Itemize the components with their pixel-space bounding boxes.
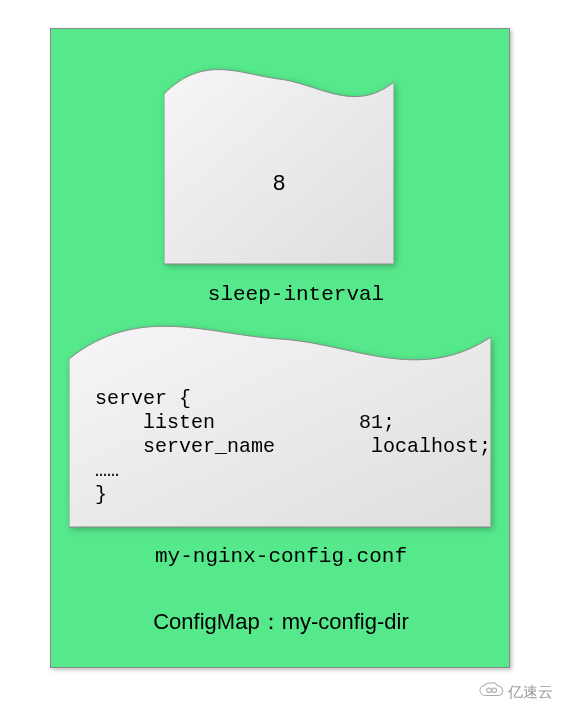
svg-point-0 [487, 688, 492, 693]
svg-point-1 [492, 688, 497, 693]
document-sleep-interval: 8 [164, 64, 394, 270]
sleep-interval-text: 8 [272, 172, 285, 197]
configmap-title: ConfigMap：my-config-dir [51, 607, 511, 637]
sleep-interval-value: 8 [164, 104, 394, 264]
cloud-icon [478, 682, 504, 703]
nginx-config-label: my-nginx-config.conf [51, 545, 511, 568]
watermark-text: 亿速云 [508, 683, 553, 702]
configmap-prefix: ConfigMap： [153, 609, 281, 634]
configmap-container: 8 sleep-interval server { listen 81; ser… [50, 28, 510, 668]
nginx-config-content: server { listen 81; server_name localhos… [95, 387, 475, 507]
configmap-name: my-config-dir [282, 609, 409, 634]
document-nginx-config: server { listen 81; server_name localhos… [69, 317, 491, 533]
sleep-interval-label: sleep-interval [51, 283, 511, 306]
watermark: 亿速云 [478, 682, 553, 703]
